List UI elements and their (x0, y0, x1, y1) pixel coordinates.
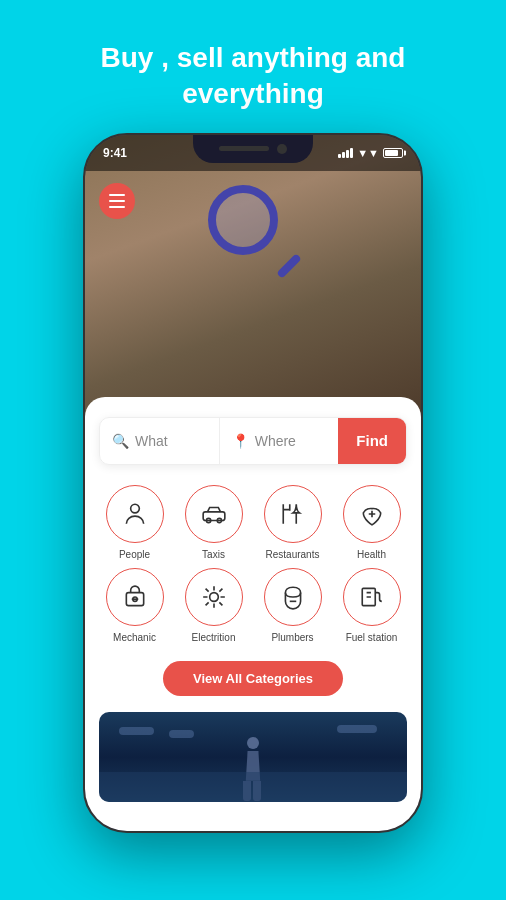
category-item-fuel_station[interactable]: Fuel station (336, 568, 407, 643)
search-where-field[interactable]: 📍 Where (220, 418, 339, 464)
status-time: 9:41 (103, 146, 127, 160)
what-placeholder: What (135, 433, 168, 449)
mechanic-label: Mechanic (113, 632, 156, 643)
category-item-restaurants[interactable]: Restaurants (257, 485, 328, 560)
electrition-label: Electrition (192, 632, 236, 643)
fuel_station-icon (343, 568, 401, 626)
people-icon (106, 485, 164, 543)
restaurants-label: Restaurants (266, 549, 320, 560)
view-all-button[interactable]: View All Categories (163, 661, 343, 696)
magnifying-glass (208, 185, 298, 275)
health-icon (343, 485, 401, 543)
categories-grid: PeopleTaxisRestaurantsHealthMechanicElec… (99, 485, 407, 643)
plumbers-icon (264, 568, 322, 626)
search-card: 🔍 What 📍 Where Find PeopleTaxisRestauran… (85, 397, 421, 831)
phone-notch (193, 135, 313, 163)
search-icon: 🔍 (112, 433, 129, 449)
phone-frame: 9:41 ▼▼ 🔍 (83, 133, 423, 833)
wifi-icon: ▼▼ (357, 147, 379, 159)
status-icons: ▼▼ (338, 147, 403, 159)
where-placeholder: Where (255, 433, 296, 449)
category-item-plumbers[interactable]: Plumbers (257, 568, 328, 643)
search-bar: 🔍 What 📍 Where Find (99, 417, 407, 465)
headline: Buy , sell anything and everything (0, 0, 506, 133)
category-item-electrition[interactable]: Electrition (178, 568, 249, 643)
taxis-icon (185, 485, 243, 543)
category-item-taxis[interactable]: Taxis (178, 485, 249, 560)
category-item-health[interactable]: Health (336, 485, 407, 560)
search-what-field[interactable]: 🔍 What (100, 418, 220, 464)
find-button[interactable]: Find (338, 418, 406, 464)
health-label: Health (357, 549, 386, 560)
svg-point-6 (209, 592, 218, 601)
restaurants-icon (264, 485, 322, 543)
taxis-label: Taxis (202, 549, 225, 560)
notch-camera (277, 144, 287, 154)
category-item-people[interactable]: People (99, 485, 170, 560)
electrition-icon (185, 568, 243, 626)
category-item-mechanic[interactable]: Mechanic (99, 568, 170, 643)
menu-button[interactable] (99, 183, 135, 219)
hero-image (85, 135, 421, 435)
plumbers-label: Plumbers (271, 632, 313, 643)
people-label: People (119, 549, 150, 560)
battery-icon (383, 148, 403, 158)
fuel_station-label: Fuel station (346, 632, 398, 643)
svg-point-0 (130, 504, 139, 513)
notch-speaker (219, 146, 269, 151)
mechanic-icon (106, 568, 164, 626)
location-icon: 📍 (232, 433, 249, 449)
bottom-image (99, 712, 407, 802)
signal-icon (338, 148, 353, 158)
